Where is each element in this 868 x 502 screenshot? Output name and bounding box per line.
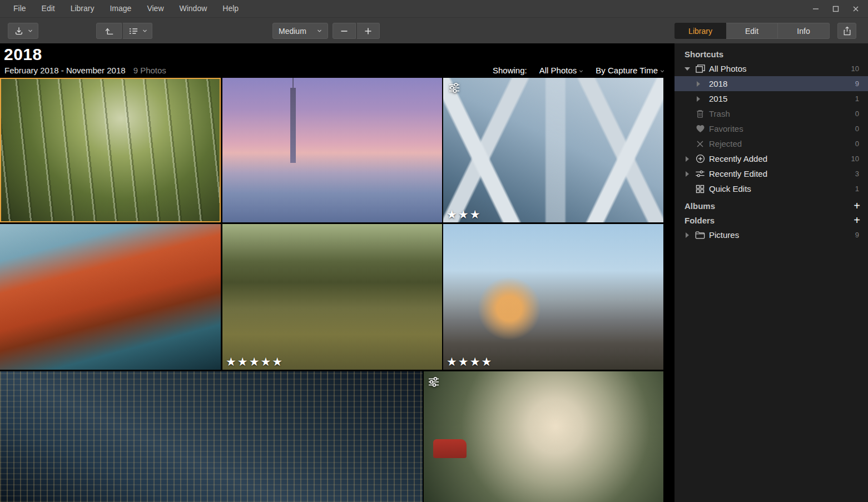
menubar: File Edit Library Image View Window Help xyxy=(0,0,868,17)
folders-header-label: Folders xyxy=(685,216,715,225)
sidebar-item-label: Recently Added xyxy=(709,154,767,163)
item-count: 1 xyxy=(855,185,859,193)
chevron-down-icon xyxy=(317,28,322,33)
disclosure-down-icon[interactable] xyxy=(685,67,690,71)
red-car xyxy=(433,439,467,458)
item-count: 9 xyxy=(855,79,859,88)
date-range: February 2018 - November 2018 xyxy=(4,66,126,75)
zoom-in-button[interactable] xyxy=(356,23,380,39)
add-album-button[interactable]: + xyxy=(854,200,860,211)
thumbnail-size-value: Medium xyxy=(279,27,306,36)
edited-sliders-icon xyxy=(448,82,461,96)
star-rating: ★★★★ xyxy=(447,356,493,367)
tab-edit[interactable]: Edit xyxy=(726,23,778,39)
star-rating: ★★★ xyxy=(447,208,481,220)
maximize-icon[interactable] xyxy=(828,2,844,16)
stacked-photos-icon xyxy=(695,64,706,73)
chevron-down-icon xyxy=(142,28,147,33)
library-main-area: 2018 February 2018 - November 2018 9 Pho… xyxy=(0,43,674,502)
edited-sliders-icon xyxy=(427,376,440,390)
sidebar: Shortcuts All Photos 10 2018 9 2015 1 Tr… xyxy=(674,43,868,502)
albums-header: Albums + xyxy=(674,198,868,213)
sliders-icon xyxy=(695,170,706,178)
tab-info[interactable]: Info xyxy=(778,23,830,39)
sidebar-item-label: Rejected xyxy=(709,139,742,148)
disclosure-right-icon[interactable] xyxy=(686,171,689,177)
import-button[interactable] xyxy=(8,23,38,39)
sidebar-item-label: All Photos xyxy=(709,64,747,73)
shortcuts-header-label: Shortcuts xyxy=(685,49,723,59)
minimize-icon[interactable] xyxy=(808,2,824,16)
sidebar-item-recently-edited[interactable]: Recently Edited 3 xyxy=(674,166,868,181)
menu-window[interactable]: Window xyxy=(172,0,215,17)
sidebar-item-recently-added[interactable]: Recently Added 10 xyxy=(674,151,868,166)
thumbnail-size-dropdown[interactable]: Medium xyxy=(272,23,328,39)
showing-label: Showing: xyxy=(493,66,527,75)
close-icon[interactable] xyxy=(848,2,864,16)
disclosure-right-icon[interactable] xyxy=(697,81,700,87)
x-icon xyxy=(695,140,706,148)
star-rating: ★★★★★ xyxy=(226,356,284,367)
menu-file[interactable]: File xyxy=(6,0,34,17)
sidebar-item-2018[interactable]: 2018 9 xyxy=(674,76,868,91)
photo-count: 9 Photos xyxy=(133,66,166,75)
chevron-down-icon xyxy=(28,28,33,33)
sidebar-item-2015[interactable]: 2015 1 xyxy=(674,91,868,106)
sidebar-item-label: 2018 xyxy=(709,79,727,88)
photo-thumbnail-hong-kong-night[interactable] xyxy=(0,371,423,502)
chevron-down-icon xyxy=(660,66,664,75)
menu-image[interactable]: Image xyxy=(102,0,139,17)
up-arrow-icon xyxy=(103,26,115,36)
toolbar: Medium Library Edit Info xyxy=(0,17,868,43)
grid-icon xyxy=(695,185,706,193)
disclosure-right-icon[interactable] xyxy=(686,232,689,238)
sidebar-item-favorites[interactable]: Favorites 0 xyxy=(674,121,868,136)
heart-icon xyxy=(695,125,706,133)
albums-header-label: Albums xyxy=(685,201,715,211)
menu-library[interactable]: Library xyxy=(63,0,102,17)
item-count: 1 xyxy=(855,95,859,103)
sidebar-item-label: Quick Edits xyxy=(709,184,751,193)
photo-thumbnail-kimono-overlook[interactable]: ★★★★ xyxy=(443,224,663,370)
minus-icon xyxy=(340,27,349,36)
item-count: 0 xyxy=(855,125,859,133)
photo-thumbnail-couple-road[interactable] xyxy=(424,371,663,502)
item-count: 10 xyxy=(851,155,859,163)
photo-thumbnail-bamboo-forest[interactable] xyxy=(0,78,221,222)
photo-thumbnail-tokyo-skyline[interactable] xyxy=(222,78,442,222)
go-up-button[interactable] xyxy=(96,23,122,39)
trash-icon xyxy=(695,109,706,118)
item-count: 9 xyxy=(855,231,859,239)
photo-thumbnail-glass-skyscraper[interactable]: ★★★ xyxy=(443,78,663,222)
folder-icon xyxy=(695,231,706,239)
sidebar-item-pictures[interactable]: Pictures 9 xyxy=(674,227,868,242)
add-folder-button[interactable]: + xyxy=(854,215,860,226)
menu-view[interactable]: View xyxy=(139,0,171,17)
sidebar-item-all-photos[interactable]: All Photos 10 xyxy=(674,61,868,76)
item-count: 10 xyxy=(851,64,859,73)
sidebar-item-quick-edits[interactable]: Quick Edits 1 xyxy=(674,181,868,196)
plus-icon xyxy=(364,27,373,36)
sidebar-item-label: Trash xyxy=(709,109,730,118)
sort-dropdown[interactable]: By Capture Time xyxy=(596,66,664,75)
filter-dropdown[interactable]: All Photos xyxy=(539,66,584,75)
filter-value: All Photos xyxy=(539,66,577,75)
sidebar-item-label: Recently Edited xyxy=(709,169,767,178)
sidebar-item-rejected[interactable]: Rejected 0 xyxy=(674,136,868,151)
disclosure-right-icon[interactable] xyxy=(697,96,700,102)
photo-thumbnail-red-pagoda[interactable] xyxy=(0,224,221,370)
tab-library[interactable]: Library xyxy=(674,23,726,39)
group-list-button[interactable] xyxy=(122,23,152,39)
disclosure-right-icon[interactable] xyxy=(686,156,689,162)
import-download-icon xyxy=(14,26,24,36)
folders-header: Folders + xyxy=(674,213,868,227)
view-tabs: Library Edit Info xyxy=(674,23,830,39)
menu-edit[interactable]: Edit xyxy=(34,0,63,17)
photo-thumbnail-deer[interactable]: ★★★★★ xyxy=(222,224,442,370)
sidebar-item-trash[interactable]: Trash 0 xyxy=(674,106,868,121)
zoom-out-button[interactable] xyxy=(333,23,356,39)
share-button[interactable] xyxy=(837,23,856,39)
item-count: 3 xyxy=(855,170,859,178)
plus-circle-icon xyxy=(695,154,706,163)
menu-help[interactable]: Help xyxy=(215,0,246,17)
